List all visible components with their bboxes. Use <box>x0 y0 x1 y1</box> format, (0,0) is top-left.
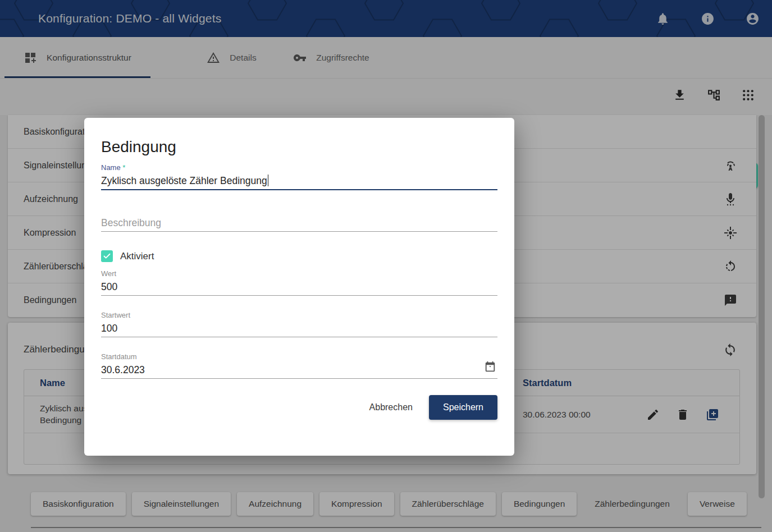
startwert-field-label: Startwert <box>101 311 497 320</box>
bedingung-dialog: Bedingung Name * Zyklisch ausgelöste Zäh… <box>84 118 514 456</box>
wert-underline <box>101 295 497 296</box>
startdatum-input[interactable]: 30.6.2023 <box>101 361 497 378</box>
calendar-icon[interactable] <box>484 361 496 373</box>
checkbox-checked-icon[interactable] <box>101 250 113 262</box>
name-input-value: Zyklisch ausgelöste Zähler Bedingung <box>101 175 267 186</box>
name-label-text: Name <box>101 163 121 172</box>
description-underline <box>101 231 497 232</box>
required-marker: * <box>122 163 125 172</box>
name-input[interactable]: Zyklisch ausgelöste Zähler Bedingung <box>101 172 497 189</box>
startdatum-field[interactable]: Startdatum 30.6.2023 <box>101 352 497 379</box>
dialog-title: Bedingung <box>101 137 497 157</box>
description-field[interactable]: Beschreibung <box>101 214 497 232</box>
description-input[interactable]: Beschreibung <box>101 214 497 231</box>
startdatum-field-label: Startdatum <box>101 352 497 361</box>
dialog-save-button[interactable]: Speichern <box>429 395 497 420</box>
startwert-field[interactable]: Startwert 100 <box>101 311 497 337</box>
startdatum-underline <box>101 378 497 379</box>
aktiviert-checkbox-row[interactable]: Aktiviert <box>101 250 497 262</box>
aktiviert-label: Aktiviert <box>120 251 154 262</box>
startwert-underline <box>101 337 497 337</box>
app-screen: Konfiguration: DEMO - all Widgets Konfig… <box>0 0 772 532</box>
startwert-input[interactable]: 100 <box>101 320 497 337</box>
wert-field-label: Wert <box>101 269 497 278</box>
dialog-cancel-button[interactable]: Abbrechen <box>359 396 423 419</box>
name-field-label: Name * <box>101 163 497 172</box>
name-underline-focused <box>101 189 497 190</box>
wert-field[interactable]: Wert 500 <box>101 269 497 296</box>
name-field[interactable]: Name * Zyklisch ausgelöste Zähler Beding… <box>101 163 497 190</box>
text-cursor <box>268 175 269 186</box>
wert-input[interactable]: 500 <box>101 278 497 295</box>
